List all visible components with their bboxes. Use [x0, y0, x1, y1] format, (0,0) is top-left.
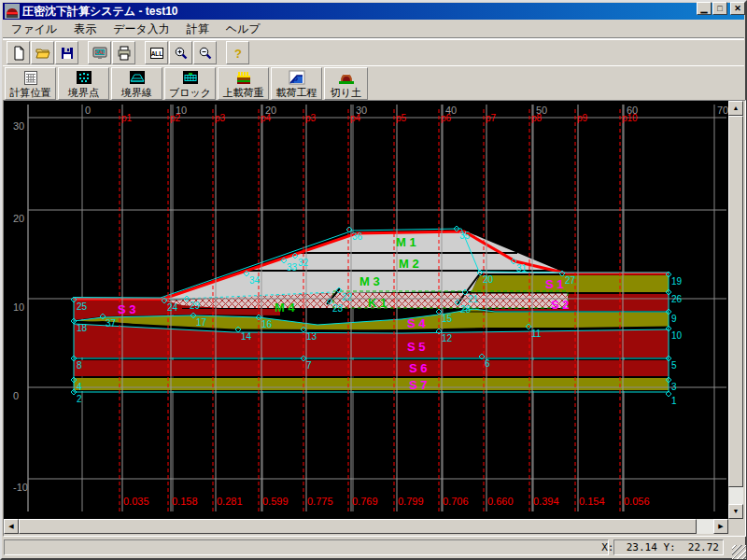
svg-text:3: 3 [671, 382, 677, 392]
svg-text:14: 14 [241, 331, 252, 342]
svg-text:4: 4 [77, 382, 82, 392]
maximize-button[interactable]: □ [712, 2, 727, 15]
scroll-down-button[interactable]: ▼ [728, 504, 743, 519]
svg-text:22: 22 [342, 292, 353, 302]
main-toolbar: CAL ALL ? [3, 39, 744, 65]
menu-data-input[interactable]: データ入力 [105, 20, 178, 39]
fit-all-button[interactable]: ALL [145, 41, 168, 64]
svg-text:5: 5 [671, 360, 677, 371]
new-document-icon [11, 46, 26, 61]
zoom-in-button[interactable] [169, 41, 192, 64]
svg-text:0.035: 0.035 [123, 496, 149, 507]
menu-file[interactable]: ファイル [3, 20, 65, 39]
calc-position-icon [22, 70, 39, 87]
svg-text:p5: p5 [396, 113, 407, 123]
boundary-line-label: 境界線 [121, 87, 152, 98]
svg-text:0.769: 0.769 [352, 496, 378, 507]
loading-stage-icon [289, 70, 305, 87]
minimize-button[interactable]: ▁ [697, 2, 712, 15]
new-document-button[interactable] [7, 41, 30, 64]
scrollbar-corner [728, 519, 743, 534]
svg-text:36: 36 [352, 231, 363, 242]
horizontal-scrollbar[interactable]: ◀ ▶ [4, 519, 728, 534]
svg-text:34: 34 [249, 275, 261, 286]
horizontal-scroll-thumb[interactable] [19, 519, 697, 534]
help-icon: ? [231, 46, 246, 61]
vertical-scrollbar[interactable]: ▲ ▼ [728, 101, 743, 519]
svg-text:37: 37 [106, 318, 117, 329]
print-button[interactable] [112, 41, 135, 64]
svg-text:11: 11 [531, 329, 542, 339]
svg-text:M 4: M 4 [275, 301, 295, 315]
calc-position-button[interactable]: 計算位置 [5, 67, 56, 100]
title-bar[interactable]: 圧密沈下計算システム - test10 [3, 3, 744, 20]
zoom-out-button[interactable] [193, 41, 217, 64]
close-button[interactable]: ✕ [730, 2, 745, 15]
svg-text:S 3: S 3 [118, 302, 136, 316]
svg-text:20: 20 [13, 213, 24, 224]
boundary-line-icon [129, 70, 146, 87]
save-file-button[interactable] [55, 41, 78, 64]
svg-text:28: 28 [460, 304, 472, 315]
loading-stage-button[interactable]: 載荷工程 [271, 67, 322, 100]
resize-grip[interactable] [732, 545, 746, 559]
cut-earth-label: 切り土 [331, 87, 361, 98]
zoom-out-icon [198, 46, 213, 61]
scroll-left-button[interactable]: ◀ [4, 519, 19, 534]
svg-text:25: 25 [77, 301, 88, 312]
svg-text:1: 1 [671, 396, 677, 406]
svg-text:23: 23 [332, 303, 344, 314]
vertical-scroll-thumb[interactable] [728, 116, 743, 487]
boundary-point-button[interactable]: 境界点 [58, 67, 109, 100]
menu-help[interactable]: ヘルプ [218, 20, 269, 39]
help-button[interactable]: ? [226, 41, 249, 64]
svg-text:24: 24 [167, 302, 178, 313]
boundary-point-label: 境界点 [68, 87, 99, 98]
svg-text:S 7: S 7 [409, 378, 428, 392]
zoom-in-icon [174, 46, 189, 61]
fit-all-icon: ALL [149, 46, 164, 61]
svg-text:0.799: 0.799 [398, 496, 424, 507]
menu-bar: ファイル 表示 データ入力 計算 ヘルプ [3, 21, 744, 38]
svg-text:70: 70 [717, 105, 728, 116]
block-label: ブロック [169, 87, 211, 98]
cut-earth-icon [338, 70, 355, 87]
block-icon [182, 70, 199, 87]
svg-text:19: 19 [671, 276, 683, 287]
surcharge-load-button[interactable]: 上載荷重 [218, 67, 269, 100]
calc-display-button[interactable]: CAL [88, 41, 111, 64]
svg-text:27: 27 [565, 275, 576, 286]
save-floppy-icon [60, 46, 75, 61]
menu-view[interactable]: 表示 [65, 20, 105, 39]
boundary-line-button[interactable]: 境界線 [111, 67, 162, 100]
svg-text:0.706: 0.706 [443, 496, 469, 507]
svg-text:0.394: 0.394 [533, 496, 559, 507]
status-message-panel [4, 539, 609, 555]
svg-text:10: 10 [176, 105, 187, 116]
scroll-up-button[interactable]: ▲ [728, 101, 743, 116]
svg-text:CAL: CAL [94, 49, 104, 55]
svg-text:S 1: S 1 [545, 277, 564, 291]
cross-section-canvas[interactable]: p10.035p20.158p30.281p40.599p30.775p40.7… [4, 101, 728, 519]
cut-earth-button[interactable]: 切り土 [324, 67, 368, 100]
svg-text:29: 29 [190, 301, 201, 311]
surcharge-load-icon [235, 70, 252, 87]
menu-calculate[interactable]: 計算 [178, 20, 218, 39]
svg-text:17: 17 [196, 317, 207, 328]
calc-position-label: 計算位置 [10, 87, 51, 98]
svg-text:10: 10 [13, 301, 24, 313]
svg-text:30: 30 [13, 120, 24, 132]
layer-s6-fill [74, 360, 669, 376]
open-file-button[interactable] [31, 41, 54, 64]
coordinates-panel: X: 23.14 Y: 22.72 [613, 539, 724, 555]
tools-toolbar: 計算位置 境界点 境界線 ブロック [3, 65, 744, 101]
scroll-right-button[interactable]: ▶ [713, 519, 728, 534]
svg-text:0.599: 0.599 [262, 496, 289, 507]
printer-icon [117, 46, 132, 61]
svg-text:26: 26 [671, 294, 683, 304]
svg-text:?: ? [234, 47, 242, 61]
svg-text:21: 21 [468, 294, 479, 304]
svg-text:0.056: 0.056 [624, 496, 650, 507]
surcharge-load-label: 上載荷重 [223, 87, 264, 98]
block-button[interactable]: ブロック [164, 67, 216, 100]
